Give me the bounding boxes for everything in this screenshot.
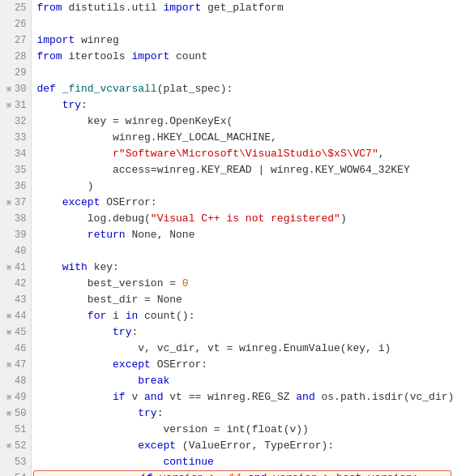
line-number: 42 <box>5 276 26 292</box>
token-plain: winreg <box>75 32 119 49</box>
token-num: 0 <box>182 276 189 292</box>
code-line: best_version = 0 <box>32 276 453 292</box>
token-str: r"Software\Microsoft\VisualStudio\$xS\VC… <box>113 146 378 162</box>
token-plain <box>36 438 138 454</box>
token-plain: key: <box>88 259 119 276</box>
token-plain <box>36 146 113 162</box>
token-kw: try <box>62 97 81 114</box>
line-number: 26 <box>5 16 26 32</box>
fold-icon[interactable]: ▣ <box>5 361 13 369</box>
token-kw: import <box>163 0 201 16</box>
line-number: 25 <box>5 0 26 16</box>
code-line: return None, None <box>32 227 453 243</box>
token-fn: _find_vcvarsall <box>62 81 157 97</box>
token-plain <box>36 259 62 276</box>
token-kw: def <box>36 81 55 97</box>
line-number: 28 <box>5 49 26 65</box>
line-number: 51 <box>5 422 26 438</box>
code-line: try: <box>32 405 453 422</box>
fold-icon[interactable]: ▣ <box>5 264 13 272</box>
token-plain: (plat_spec): <box>157 81 233 97</box>
fold-icon[interactable]: ▣ <box>5 328 13 337</box>
token-plain: count <box>169 49 207 65</box>
token-plain <box>36 373 138 389</box>
token-kw: if <box>140 470 153 476</box>
line-number: 34 <box>5 146 26 162</box>
code-line: if v and vt == winreg.REG_SZ and os.path… <box>32 389 453 405</box>
token-kw: return <box>88 227 126 243</box>
code-content: from distutils.util import get_platform … <box>32 0 453 476</box>
code-line: for i in count(): <box>32 308 453 324</box>
token-plain <box>36 227 87 243</box>
line-number: ▣50 <box>5 405 26 422</box>
token-plain: version = int(float(v)) <box>36 422 308 438</box>
code-line: if version >= 14 and version > best_vers… <box>33 470 451 476</box>
code-line: except OSError: <box>32 357 453 373</box>
line-number: 48 <box>5 373 26 389</box>
token-plain <box>36 357 113 373</box>
code-line <box>32 243 453 259</box>
token-plain <box>241 470 248 476</box>
code-line: best_dir = None <box>32 292 453 308</box>
token-kw: with <box>62 259 88 276</box>
token-kw: import <box>131 49 169 65</box>
token-plain: itertools <box>62 49 132 65</box>
token-kw: in <box>126 308 139 324</box>
token-plain: ) <box>36 178 93 195</box>
token-plain: : <box>157 405 164 422</box>
token-plain: ) <box>340 211 347 227</box>
token-plain: log.debug( <box>36 211 150 227</box>
token-plain: count(): <box>138 308 194 324</box>
code-line: except (ValueError, TypeError): <box>32 438 453 454</box>
line-number: 29 <box>5 65 26 81</box>
line-number: 46 <box>5 341 26 357</box>
line-number: ▣47 <box>5 357 26 373</box>
token-plain: OSError: <box>151 357 207 373</box>
line-number: 35 <box>5 162 26 178</box>
token-plain <box>56 81 62 97</box>
fold-icon[interactable]: ▣ <box>5 312 13 320</box>
token-str: "Visual C++ is not registered" <box>151 211 340 227</box>
token-plain: best_version = <box>36 276 182 292</box>
line-number: 27 <box>5 32 26 49</box>
code-line: key = winreg.OpenKeyEx( <box>32 114 453 130</box>
token-plain: winreg.HKEY_LOCAL_MACHINE, <box>36 130 276 146</box>
code-line <box>32 16 453 32</box>
fold-icon[interactable]: ▣ <box>5 199 13 207</box>
token-plain <box>36 308 87 324</box>
token-kw: try <box>138 405 156 422</box>
token-plain <box>36 195 62 211</box>
line-number: 53 <box>5 454 26 470</box>
code-line: import winreg <box>32 32 453 49</box>
token-plain <box>36 324 113 341</box>
fold-icon[interactable]: ▣ <box>5 410 13 418</box>
token-plain: v <box>126 389 144 405</box>
line-number: ▣30 <box>5 81 26 97</box>
fold-icon[interactable]: ▣ <box>5 85 13 93</box>
line-number: ▣41 <box>5 259 26 276</box>
token-plain: distutils.util <box>62 0 164 16</box>
fold-icon[interactable]: ▣ <box>5 101 13 109</box>
line-number: ▣54 <box>5 470 26 476</box>
token-kw: and <box>296 389 314 405</box>
token-plain: : <box>131 324 138 341</box>
line-number: 39 <box>5 227 26 243</box>
token-kw: except <box>113 357 151 373</box>
token-kw: if <box>113 389 126 405</box>
fold-icon[interactable]: ▣ <box>5 442 13 450</box>
fold-icon[interactable]: ▣ <box>5 393 13 401</box>
token-plain: get_platform <box>201 0 283 16</box>
token-kw: except <box>62 195 100 211</box>
line-number: 38 <box>5 211 26 227</box>
line-number: 43 <box>5 292 26 308</box>
token-plain <box>36 405 138 422</box>
code-line: with key: <box>32 259 453 276</box>
token-plain: vt == winreg.REG_SZ <box>163 389 296 405</box>
token-plain: os.path.isdir(vc_dir): <box>315 389 453 405</box>
token-plain: i <box>106 308 125 324</box>
token-kw: from <box>36 49 62 65</box>
code-line: def _find_vcvarsall(plat_spec): <box>32 81 453 97</box>
code-line: version = int(float(v)) <box>32 422 453 438</box>
token-plain: v, vc_dir, vt = winreg.EnumValue(key, i) <box>36 341 391 357</box>
token-kw: import <box>36 32 75 49</box>
